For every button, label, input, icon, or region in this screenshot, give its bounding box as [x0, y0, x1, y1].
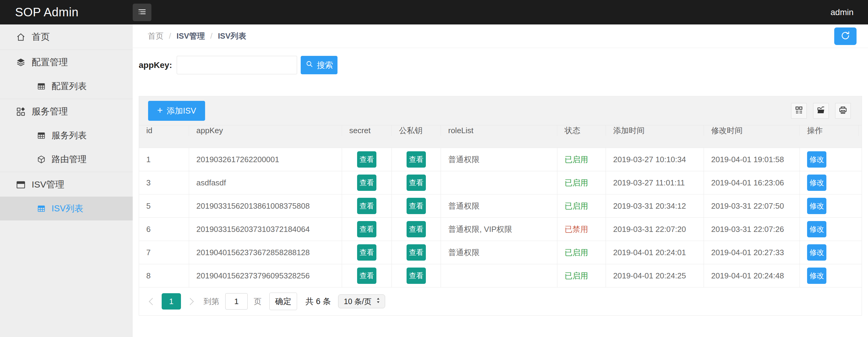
- cell-modify-time: 2019-04-01 16:23:06: [704, 171, 800, 194]
- sidebar-item-ISV列表[interactable]: ISV列表: [0, 197, 133, 220]
- cell-keys: 查看: [392, 194, 441, 218]
- sidebar-item-配置列表[interactable]: 配置列表: [0, 74, 133, 98]
- breadcrumb-item-ISV管理[interactable]: ISV管理: [177, 31, 205, 41]
- page-unit-label: 页: [254, 296, 261, 307]
- breadcrumb-separator: /: [169, 31, 171, 41]
- cell-operation: 修改: [800, 241, 862, 264]
- table-icon: [37, 82, 46, 91]
- sidebar: 首页配置管理配置列表服务管理服务列表路由管理ISV管理ISV列表: [0, 25, 133, 337]
- appkey-input[interactable]: [177, 56, 297, 74]
- view-keys-button[interactable]: 查看: [407, 221, 426, 237]
- username[interactable]: admin: [831, 7, 868, 17]
- cell-secret: 查看: [342, 194, 392, 218]
- table-icon: [37, 131, 46, 140]
- sidebar-item-服务管理[interactable]: 服务管理: [0, 100, 133, 123]
- column-header-操作: 操作: [800, 125, 858, 136]
- cell-status: 已禁用: [557, 218, 606, 241]
- cell-secret: 查看: [342, 264, 392, 287]
- sidebar-item-路由管理[interactable]: 路由管理: [0, 147, 133, 171]
- edit-button[interactable]: 修改: [807, 244, 826, 261]
- sidebar-item-label: 配置管理: [32, 56, 68, 68]
- search-button[interactable]: 搜索: [301, 56, 338, 74]
- columns-button[interactable]: [791, 103, 807, 119]
- view-secret-button[interactable]: 查看: [357, 268, 376, 284]
- export-button[interactable]: [813, 103, 829, 119]
- status-badge: 已启用: [565, 201, 588, 212]
- goto-page-input[interactable]: [225, 293, 248, 310]
- view-keys-button[interactable]: 查看: [407, 244, 426, 261]
- breadcrumb-item-首页[interactable]: 首页: [148, 31, 163, 41]
- table-row: 520190331562013861008375808查看查看普通权限已启用20…: [139, 194, 862, 218]
- status-badge: 已启用: [565, 271, 588, 281]
- column-header-appKey: appKey: [189, 125, 342, 136]
- view-keys-button[interactable]: 查看: [407, 268, 426, 284]
- status-badge: 已启用: [565, 177, 588, 188]
- cell-keys: 查看: [392, 171, 441, 194]
- view-secret-button[interactable]: 查看: [357, 174, 376, 191]
- sidebar-divider: [0, 99, 133, 99]
- add-isv-button[interactable]: + 添加ISV: [148, 101, 205, 121]
- sidebar-toggle-button[interactable]: [133, 4, 151, 21]
- print-button[interactable]: [835, 103, 851, 119]
- sidebar-item-首页[interactable]: 首页: [0, 25, 133, 49]
- table-tool-buttons: [791, 103, 851, 119]
- cell-modify-time: 2019-03-31 22:07:50: [704, 194, 800, 218]
- view-secret-button[interactable]: 查看: [357, 198, 376, 214]
- search-label: appKey:: [139, 60, 172, 70]
- cell-status: 已启用: [557, 264, 606, 287]
- page-1-button[interactable]: 1: [162, 293, 181, 310]
- edit-button[interactable]: 修改: [807, 151, 826, 168]
- breadcrumb-separator: /: [210, 31, 212, 41]
- cell-id: 3: [139, 171, 189, 194]
- sidebar-item-label: ISV列表: [52, 203, 83, 215]
- view-secret-button[interactable]: 查看: [357, 151, 376, 168]
- prev-page-icon[interactable]: [149, 298, 156, 305]
- column-header-公私钥: 公私钥: [392, 125, 441, 136]
- table-header-row: idappKeysecret公私钥roleList状态添加时间修改时间操作: [139, 125, 862, 136]
- view-keys-button[interactable]: 查看: [407, 151, 426, 168]
- select-arrows-icon: [375, 297, 382, 306]
- edit-button[interactable]: 修改: [807, 174, 826, 191]
- edit-button[interactable]: 修改: [807, 198, 826, 214]
- table-row: 12019032617262200001查看查看普通权限已启用2019-03-2…: [139, 148, 862, 171]
- cell-operation: 修改: [800, 171, 862, 194]
- breadcrumb: 首页/ISV管理/ISV列表: [148, 31, 246, 41]
- view-secret-button[interactable]: 查看: [357, 221, 376, 237]
- sidebar-item-配置管理[interactable]: 配置管理: [0, 50, 133, 74]
- column-header-secret: secret: [342, 125, 392, 136]
- edit-button[interactable]: 修改: [807, 221, 826, 237]
- sidebar-item-label: ISV管理: [32, 178, 64, 191]
- cell-rolelist: 普通权限: [441, 241, 557, 264]
- table-row: 720190401562373672858288128查看查看普通权限已启用20…: [139, 241, 862, 264]
- breadcrumb-bar: 首页/ISV管理/ISV列表: [133, 25, 868, 48]
- cell-status: 已启用: [557, 148, 606, 171]
- cell-keys: 查看: [392, 148, 441, 171]
- cell-rolelist: [441, 171, 557, 194]
- cell-operation: 修改: [800, 148, 862, 171]
- cell-status: 已启用: [557, 171, 606, 194]
- cell-operation: 修改: [800, 264, 862, 287]
- edit-button[interactable]: 修改: [807, 268, 826, 284]
- view-keys-button[interactable]: 查看: [407, 198, 426, 214]
- view-keys-button[interactable]: 查看: [407, 174, 426, 191]
- sidebar-divider: [0, 50, 133, 50]
- sidebar-item-ISV管理[interactable]: ISV管理: [0, 173, 133, 197]
- confirm-button[interactable]: 确定: [269, 292, 297, 310]
- next-page-icon[interactable]: [186, 298, 194, 305]
- cell-operation: 修改: [800, 194, 862, 218]
- refresh-button[interactable]: [834, 27, 857, 45]
- sidebar-item-label: 配置列表: [52, 80, 87, 92]
- sidebar-item-label: 路由管理: [52, 153, 87, 166]
- cell-add-time: 2019-04-01 20:24:01: [606, 241, 704, 264]
- cell-id: 1: [139, 148, 189, 171]
- add-isv-label: 添加ISV: [167, 105, 196, 116]
- view-secret-button[interactable]: 查看: [357, 244, 376, 261]
- page-size-select[interactable]: 10 条/页: [338, 294, 385, 308]
- status-badge: 已启用: [565, 154, 588, 165]
- cell-rolelist: 普通权限: [441, 194, 557, 218]
- sidebar-item-服务列表[interactable]: 服务列表: [0, 123, 133, 147]
- table-row: 820190401562373796095328256查看查看已启用2019-0…: [139, 264, 862, 287]
- table-icon: [37, 204, 46, 213]
- table-row: 620190331562037310372184064查看查看普通权限, VIP…: [139, 218, 862, 241]
- cell-appkey: 20190331562013861008375808: [189, 194, 342, 218]
